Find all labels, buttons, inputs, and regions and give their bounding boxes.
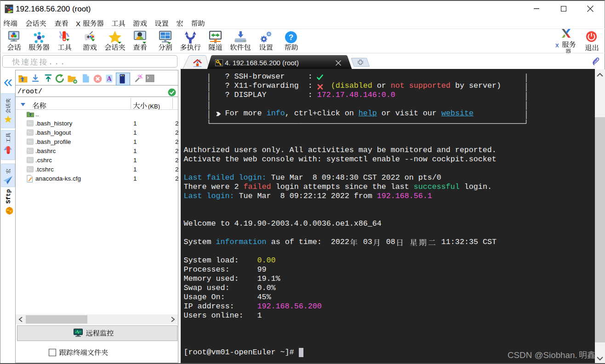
svg-text:?: ?: [289, 33, 293, 42]
svg-text:A: A: [107, 75, 112, 82]
